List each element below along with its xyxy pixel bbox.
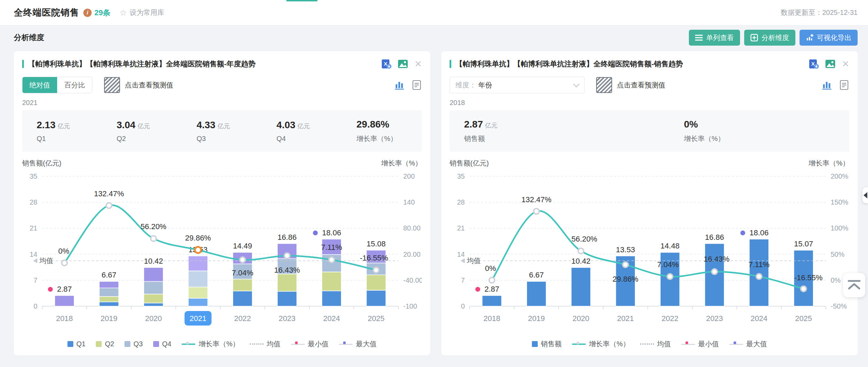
forecast-toggle-label[interactable]: 点击查看预测值	[617, 81, 665, 90]
bar-segment-Q2-2025[interactable]	[367, 275, 386, 290]
image-export-icon[interactable]	[825, 59, 835, 69]
growth-marker-2021[interactable]	[195, 247, 201, 253]
bar-segment-Q4-2018[interactable]	[55, 295, 74, 306]
growth-marker-2018[interactable]	[62, 260, 67, 266]
x-label-2020[interactable]: 2020	[145, 314, 162, 323]
bar-segment-Q4-2021[interactable]	[188, 256, 208, 271]
dimension-dropdown[interactable]: 维度： 年份	[450, 77, 584, 93]
bar-segment-Q1-2025[interactable]	[367, 290, 386, 306]
x-label-2019[interactable]: 2019	[528, 314, 545, 323]
bar-segment-销售额-2018[interactable]	[482, 295, 501, 306]
table-view-icon[interactable]	[839, 80, 849, 90]
x-label-2025[interactable]: 2025	[795, 314, 812, 323]
legend-item-最小值[interactable]: 最小值	[681, 339, 719, 349]
x-label-2019[interactable]: 2019	[101, 314, 118, 323]
growth-marker-2019[interactable]	[534, 209, 539, 214]
bar-segment-销售额-2020[interactable]	[571, 267, 591, 306]
growth-marker-2022[interactable]	[667, 274, 673, 279]
growth-marker-2025[interactable]	[801, 286, 806, 292]
legend-item-Q4[interactable]: Q4	[153, 340, 172, 348]
growth-marker-2018[interactable]	[489, 277, 495, 283]
x-label-2025[interactable]: 2025	[368, 314, 385, 323]
table-view-icon[interactable]	[412, 80, 422, 90]
growth-marker-2023[interactable]	[712, 269, 717, 274]
legend-item-Q3[interactable]: Q3	[124, 340, 143, 348]
growth-marker-2020[interactable]	[578, 248, 584, 254]
excel-export-icon[interactable]: X	[381, 59, 391, 69]
close-icon[interactable]: ✕	[842, 59, 849, 68]
bar-segment-Q2-2020[interactable]	[144, 294, 163, 303]
x-label-2021[interactable]: 2021	[617, 314, 634, 323]
growth-marker-2020[interactable]	[151, 236, 156, 241]
annual-trend-chart[interactable]: 0-1007-40.001420.002180.002814035200均值2.…	[22, 169, 422, 332]
x-label-2022[interactable]: 2022	[234, 314, 251, 323]
legend-item-均值[interactable]: 均值	[640, 339, 671, 349]
growth-marker-2021[interactable]	[623, 262, 628, 267]
chart-view-icon[interactable]	[822, 80, 832, 90]
legend-item-最大值[interactable]: 最大值	[729, 339, 767, 349]
image-export-icon[interactable]	[398, 59, 408, 69]
bar-segment-Q1-2024[interactable]	[322, 291, 341, 306]
x-label-2023[interactable]: 2023	[706, 314, 723, 323]
excel-export-icon[interactable]: X	[809, 59, 819, 69]
bar-segment-Q1-2020[interactable]	[144, 303, 163, 306]
bar-segment-Q1-2023[interactable]	[277, 291, 297, 306]
legend-item-增长率（%）[interactable]: 增长率（%）	[182, 339, 239, 349]
bar-segment-Q2-2022[interactable]	[233, 279, 252, 291]
growth-marker-2019[interactable]	[106, 203, 112, 208]
bar-segment-销售额-2024[interactable]	[749, 239, 769, 306]
x-label-2018[interactable]: 2018	[483, 314, 500, 323]
legend-item-增长率（%）[interactable]: 增长率（%）	[572, 339, 630, 349]
x-label-2021[interactable]: 2021	[190, 314, 206, 323]
chart-view-icon[interactable]	[394, 80, 405, 90]
bar-segment-Q2-2023[interactable]	[277, 274, 297, 291]
absolute-value-tab[interactable]: 绝对值	[22, 77, 57, 93]
bar-segment-Q3-2020[interactable]	[144, 281, 163, 294]
title-marker	[22, 60, 24, 68]
bar-segment-Q1-2022[interactable]	[233, 291, 252, 306]
bar-segment-Q3-2021[interactable]	[188, 271, 208, 287]
forecast-hatch-swatch[interactable]	[104, 77, 120, 93]
svg-text:29.86%: 29.86%	[612, 275, 638, 283]
legend-item-Q1[interactable]: Q1	[67, 340, 86, 348]
x-label-2018[interactable]: 2018	[56, 314, 73, 323]
x-label-2024[interactable]: 2024	[323, 314, 340, 323]
bar-segment-销售额-2019[interactable]	[527, 281, 546, 306]
forecast-toggle-label[interactable]: 点击查看预测值	[125, 81, 173, 90]
legend-item-最小值[interactable]: 最小值	[291, 339, 329, 349]
set-favorite-button[interactable]: ☆ 设为常用库	[119, 8, 164, 17]
info-icon[interactable]: i	[83, 9, 92, 17]
growth-marker-2024[interactable]	[329, 257, 334, 263]
x-label-2020[interactable]: 2020	[572, 314, 589, 323]
growth-marker-2025[interactable]	[373, 267, 379, 273]
drawer-toggle-button[interactable]	[862, 187, 868, 203]
visual-export-button[interactable]: 可视化导出	[800, 30, 858, 46]
bar-segment-Q3-2019[interactable]	[99, 288, 119, 297]
percentage-tab[interactable]: 百分比	[57, 77, 92, 93]
bar-segment-Q2-2021[interactable]	[188, 287, 208, 298]
close-icon[interactable]: ✕	[414, 59, 422, 68]
sales-trend-chart[interactable]: 0-50%70%1450%21100%28150%35200%均值2.876.6…	[450, 169, 849, 332]
forecast-hatch-swatch[interactable]	[596, 77, 612, 93]
x-label-2024[interactable]: 2024	[750, 314, 767, 323]
bar-segment-Q1-2021[interactable]	[188, 298, 208, 306]
legend-ring-icon	[291, 341, 305, 347]
chart-legend: Q1Q2Q3Q4增长率（%）均值最小值最大值	[22, 339, 422, 349]
single-column-view-button[interactable]: 单列查看	[689, 30, 740, 46]
bar-segment-Q1-2019[interactable]	[99, 302, 119, 306]
bar-segment-Q2-2019[interactable]	[99, 297, 119, 302]
legend-item-Q2[interactable]: Q2	[96, 340, 114, 348]
legend-item-最大值[interactable]: 最大值	[339, 339, 377, 349]
x-label-2022[interactable]: 2022	[662, 314, 678, 323]
x-label-2023[interactable]: 2023	[279, 314, 296, 323]
bar-segment-Q2-2024[interactable]	[322, 272, 341, 291]
bar-segment-Q4-2020[interactable]	[144, 267, 163, 281]
analysis-dimension-button[interactable]: 分析维度	[744, 30, 795, 46]
growth-marker-2024[interactable]	[756, 274, 762, 279]
bar-segment-Q4-2019[interactable]	[99, 281, 119, 288]
back-to-top-button[interactable]	[843, 273, 865, 297]
growth-marker-2022[interactable]	[240, 257, 245, 263]
growth-marker-2023[interactable]	[284, 253, 290, 258]
legend-item-均值[interactable]: 均值	[250, 339, 280, 349]
legend-item-销售额[interactable]: 销售额	[532, 339, 562, 349]
